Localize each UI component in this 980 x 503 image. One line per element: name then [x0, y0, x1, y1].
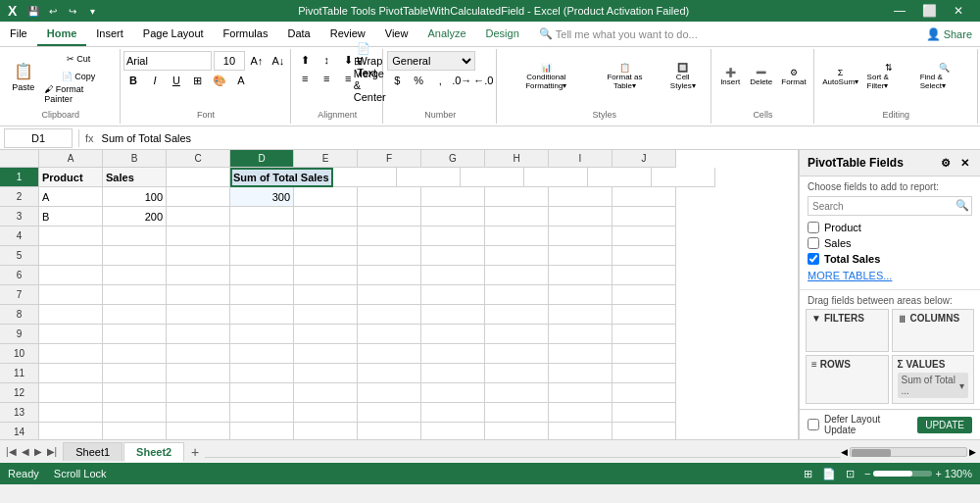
defer-checkbox[interactable]: [808, 419, 819, 430]
cell-j2[interactable]: [612, 187, 676, 207]
tab-analyze[interactable]: Analyze: [417, 22, 475, 46]
align-middle-button[interactable]: ↕: [317, 51, 336, 69]
view-break-icon[interactable]: ⊡: [846, 468, 855, 480]
font-name-input[interactable]: [123, 51, 212, 71]
decrease-font-button[interactable]: A↓: [269, 52, 288, 70]
align-left-button[interactable]: ≡: [295, 70, 315, 87]
cell-f2[interactable]: [358, 187, 421, 207]
cell-b1[interactable]: Sales: [103, 168, 167, 187]
cell-h2[interactable]: [485, 187, 549, 207]
cut-button[interactable]: ✂ Cut: [41, 51, 115, 67]
cell-a2[interactable]: A: [39, 187, 103, 207]
cell-g2[interactable]: [421, 187, 485, 207]
zoom-slider[interactable]: [873, 471, 932, 477]
insert-cells-button[interactable]: ➕ Insert: [715, 51, 745, 102]
format-cells-button[interactable]: ⚙ Format: [777, 51, 809, 102]
cell-j1[interactable]: [652, 168, 715, 187]
row-header-4[interactable]: 4: [0, 226, 39, 246]
font-size-input[interactable]: [214, 51, 245, 71]
pivot-area-columns[interactable]: ⫼ COLUMNS: [892, 309, 975, 352]
paste-button[interactable]: 📋 Paste: [6, 51, 40, 102]
cell-f3[interactable]: [358, 207, 421, 226]
cell-c2[interactable]: [167, 187, 230, 207]
italic-button[interactable]: I: [145, 72, 165, 89]
sort-filter-button[interactable]: ⇅ Sort & Filter▾: [863, 51, 915, 102]
cell-g1[interactable]: [461, 168, 524, 187]
formula-input[interactable]: Sum of Total Sales: [98, 128, 976, 148]
bold-button[interactable]: B: [123, 72, 143, 89]
col-header-a[interactable]: A: [39, 150, 103, 168]
row-header-7[interactable]: 7: [0, 285, 39, 305]
cell-a3[interactable]: B: [39, 207, 103, 226]
pivot-value-dropdown-icon[interactable]: ▾: [959, 380, 964, 391]
pivot-settings-button[interactable]: ⚙: [938, 155, 954, 171]
conditional-formatting-button[interactable]: 📊 Conditional Formatting▾: [502, 51, 590, 102]
first-sheet-arrow[interactable]: |◀: [4, 444, 19, 459]
cell-d2[interactable]: 300: [230, 187, 294, 207]
sheet-tab-sheet2[interactable]: Sheet2: [123, 442, 184, 462]
number-format-select[interactable]: General: [387, 51, 475, 71]
undo-qat-button[interactable]: ↩: [44, 2, 62, 20]
save-qat-button[interactable]: 💾: [24, 2, 42, 20]
row-header-1[interactable]: 1: [0, 168, 39, 187]
scroll-right-button[interactable]: ▶: [969, 447, 976, 457]
more-tables-link[interactable]: MORE TABLES...: [808, 267, 972, 284]
cell-h1[interactable]: [524, 168, 588, 187]
pivot-area-filters[interactable]: ▼ FILTERS: [806, 309, 889, 352]
col-header-i[interactable]: I: [549, 150, 612, 168]
col-header-d[interactable]: D: [230, 150, 294, 168]
delete-cells-button[interactable]: ➖ Delete: [746, 51, 776, 102]
update-button[interactable]: UPDATE: [917, 417, 972, 433]
tab-file[interactable]: File: [0, 22, 37, 46]
scroll-left-button[interactable]: ◀: [841, 447, 848, 457]
autosum-button[interactable]: Σ AutoSum▾: [819, 51, 862, 102]
row-header-5[interactable]: 5: [0, 246, 39, 266]
font-color-button[interactable]: A: [231, 72, 251, 89]
format-painter-button[interactable]: 🖌 Format Painter: [41, 86, 115, 102]
merge-center-button[interactable]: ⊞ Merge & Center: [360, 70, 379, 87]
tab-page-layout[interactable]: Page Layout: [133, 22, 214, 46]
borders-button[interactable]: ⊞: [188, 72, 208, 89]
tab-formulas[interactable]: Formulas: [214, 22, 278, 46]
pivot-search-input[interactable]: [808, 196, 972, 216]
add-sheet-button[interactable]: +: [185, 442, 205, 462]
row-header-6[interactable]: 6: [0, 266, 39, 285]
zoom-out-button[interactable]: −: [864, 468, 870, 479]
percent-button[interactable]: %: [409, 72, 428, 89]
cell-i1[interactable]: [588, 168, 652, 187]
cell-b3[interactable]: 200: [103, 207, 167, 226]
increase-decimal-button[interactable]: .0→: [452, 72, 471, 89]
cell-d3[interactable]: [230, 207, 294, 226]
copy-button[interactable]: 📄 Copy: [41, 69, 115, 84]
h-scroll-track[interactable]: [850, 447, 967, 457]
row-header-10[interactable]: 10: [0, 344, 39, 364]
cell-e3[interactable]: [294, 207, 358, 226]
col-header-e[interactable]: E: [294, 150, 358, 168]
maximize-button[interactable]: ⬜: [915, 0, 943, 22]
share-label[interactable]: Share: [944, 28, 972, 40]
cell-j3[interactable]: [612, 207, 676, 226]
tab-home[interactable]: Home: [37, 22, 87, 46]
col-header-h[interactable]: H: [485, 150, 549, 168]
cell-c1[interactable]: [167, 168, 230, 187]
row-header-8[interactable]: 8: [0, 305, 39, 325]
decrease-decimal-button[interactable]: ←.0: [473, 72, 493, 89]
col-header-c[interactable]: C: [167, 150, 230, 168]
tab-design[interactable]: Design: [476, 22, 529, 46]
minimize-button[interactable]: —: [886, 0, 913, 22]
pivot-field-product-checkbox[interactable]: [808, 222, 819, 233]
pivot-field-sales-checkbox[interactable]: [808, 237, 819, 249]
zoom-in-button[interactable]: +: [935, 468, 941, 479]
row-header-11[interactable]: 11: [0, 364, 39, 383]
cell-i3[interactable]: [549, 207, 612, 226]
cell-e2[interactable]: [294, 187, 358, 207]
cell-styles-button[interactable]: 🔲 Cell Styles▾: [659, 51, 707, 102]
row-header-3[interactable]: 3: [0, 207, 39, 226]
row-header-12[interactable]: 12: [0, 383, 39, 403]
cell-a1[interactable]: Product: [39, 168, 103, 187]
sheet-tab-sheet1[interactable]: Sheet1: [63, 442, 122, 461]
col-header-j[interactable]: J: [612, 150, 676, 168]
format-as-table-button[interactable]: 📋 Format as Table▾: [592, 51, 659, 102]
view-layout-icon[interactable]: 📄: [822, 468, 836, 480]
view-normal-icon[interactable]: ⊞: [804, 468, 812, 480]
